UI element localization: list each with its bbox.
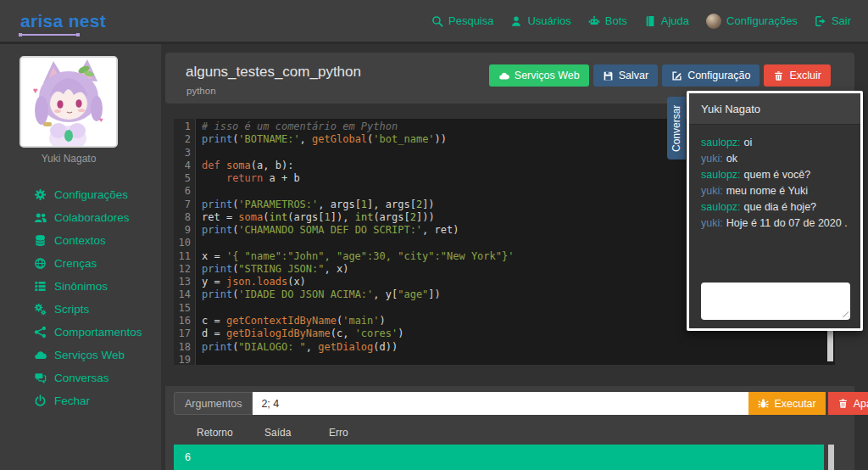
- code-token: ]),: [331, 211, 355, 223]
- user-avatar: [706, 14, 721, 29]
- code-line: print("DIALOGO: ", getDialog(d)): [202, 341, 835, 354]
- sidebar-item-scripts[interactable]: Scripts: [0, 298, 161, 321]
- code-line: [202, 354, 835, 365]
- line-number: 9: [174, 224, 191, 237]
- nav-item-configuracoes[interactable]: Configurações: [706, 14, 798, 29]
- code-token: [220, 159, 226, 171]
- chat-tab-conversar[interactable]: Conversar: [667, 97, 686, 159]
- sidebar-item-sinonimos[interactable]: Sinônimos: [0, 275, 161, 298]
- code-token: [202, 172, 226, 184]
- user-icon: [510, 15, 522, 27]
- nav-item-label: Pesquisa: [448, 14, 493, 27]
- chat-message: yuki:Hoje é 11 do 07 de 2020 .: [701, 215, 852, 232]
- code-token: print: [202, 341, 232, 353]
- line-number: 13: [174, 276, 191, 288]
- line-numbers: 12345678910111213141516171819: [174, 119, 196, 365]
- nav-item-label: Bots: [605, 14, 627, 27]
- line-number: 2: [174, 133, 191, 146]
- code-token: 'cores': [355, 327, 398, 339]
- sidebar-item-fechar[interactable]: Fechar: [0, 389, 161, 412]
- chat-message-text: que dia é hoje?: [744, 201, 817, 213]
- sidebar-item-contextos[interactable]: Contextos: [0, 229, 161, 252]
- chat-message-text: Hoje é 11 do 07 de 2020 .: [726, 217, 848, 229]
- gears-icon: [34, 303, 47, 316]
- list-icon: [34, 280, 47, 293]
- code-token: , args[: [318, 199, 361, 210]
- globe-icon: [34, 257, 47, 270]
- code-token: c =: [202, 315, 226, 327]
- page-title: alguns_testes_com_python: [186, 64, 361, 81]
- sidebar-item-servicos-web[interactable]: Serviços Web: [0, 344, 161, 366]
- servicos-web-button[interactable]: Serviços Web: [489, 64, 589, 87]
- result-value: 6: [185, 451, 191, 463]
- nav-item-sair[interactable]: Sair: [815, 14, 851, 27]
- chat-message-author: saulopz:: [701, 201, 741, 213]
- line-number: 5: [174, 172, 191, 185]
- svg-text:♥: ♥: [99, 116, 103, 124]
- line-number: 6: [174, 185, 191, 198]
- chat-message: saulopz:que dia é hoje?: [701, 199, 852, 215]
- code-token: int: [355, 211, 374, 223]
- line-number: 11: [174, 250, 191, 263]
- nav-item-label: Usuários: [527, 14, 570, 27]
- sidebar-item-colaboradores[interactable]: Colaboradores: [0, 206, 161, 229]
- column-header-saida: Saída: [264, 427, 291, 439]
- code-token: # isso é um comentário em Python: [202, 120, 398, 132]
- trash-icon: [837, 398, 849, 409]
- nav-item-bots[interactable]: Bots: [588, 14, 627, 27]
- line-number: 18: [174, 341, 191, 354]
- code-token: ], args[: [367, 199, 416, 210]
- robot-icon: [588, 15, 600, 27]
- brand-name: arisa nest: [20, 11, 106, 31]
- code-token: getGlobal: [312, 133, 367, 145]
- chat-message: yuki:meu nome é Yuki: [701, 183, 852, 199]
- arguments-input[interactable]: [253, 392, 748, 415]
- line-number: 4: [174, 159, 191, 172]
- code-token: , y[: [373, 288, 398, 300]
- chat-message: saulopz:oi: [701, 135, 852, 151]
- line-number: 10: [174, 237, 191, 249]
- results-scrollbar[interactable]: [828, 445, 834, 470]
- nav-item-usuarios[interactable]: Usuários: [510, 14, 570, 27]
- sidebar-item-conversas[interactable]: Conversas: [0, 366, 161, 389]
- code-token: print: [202, 224, 232, 236]
- brand-logo[interactable]: arisa nest: [20, 11, 106, 31]
- chat-message: saulopz:quem é você?: [701, 167, 852, 183]
- excluir-button[interactable]: Excluir: [764, 64, 831, 87]
- line-number: 19: [174, 354, 191, 365]
- code-token: 'CHAMANDO SOMA DEF DO SCRIPT:': [238, 224, 422, 236]
- chat-input[interactable]: [701, 283, 850, 320]
- code-token: , ret): [422, 224, 459, 236]
- code-token: getDialog: [318, 341, 373, 353]
- code-token: ): [398, 327, 403, 339]
- editor-scrollbar[interactable]: [827, 330, 833, 361]
- chat-message-text: quem é você?: [744, 169, 811, 181]
- chat-message-text: oi: [744, 137, 753, 148]
- gear-icon: [34, 188, 47, 201]
- sidebar-item-crencas[interactable]: Crenças: [0, 252, 161, 275]
- nav-item-ajuda[interactable]: Ajuda: [644, 14, 689, 27]
- clear-button[interactable]: Apagar: [828, 392, 868, 415]
- brand-underline: [20, 34, 78, 36]
- sidebar-item-label: Comportamentos: [54, 326, 142, 339]
- result-row[interactable]: 6: [174, 445, 824, 470]
- bot-avatar-frame: ♥ ♥: [19, 56, 118, 148]
- code-token: getDialogIdByName: [226, 327, 331, 339]
- code-token: print: [202, 263, 232, 275]
- salvar-button-label: Salvar: [619, 70, 648, 81]
- configuracao-button[interactable]: Configuração: [662, 64, 760, 87]
- bot-avatar-image: ♥ ♥: [21, 58, 116, 146]
- code-token: a + b: [263, 172, 299, 184]
- code-token: def: [202, 159, 220, 171]
- sidebar-item-comportamentos[interactable]: Comportamentos: [0, 321, 161, 344]
- nav-item-label: Sair: [832, 14, 851, 27]
- salvar-button[interactable]: Salvar: [593, 64, 658, 87]
- line-number: 15: [174, 302, 191, 315]
- sidebar-item-configuracoes[interactable]: Configurações: [0, 183, 161, 206]
- nav-item-pesquisa[interactable]: Pesquisa: [431, 14, 493, 27]
- code-token: soma: [238, 211, 263, 223]
- execute-button[interactable]: Executar: [748, 392, 825, 415]
- excluir-button-label: Excluir: [789, 70, 821, 81]
- chat-panel: Yuki Nagato saulopz:oiyuki:oksaulopz:que…: [687, 91, 863, 331]
- code-token: y =: [202, 276, 226, 288]
